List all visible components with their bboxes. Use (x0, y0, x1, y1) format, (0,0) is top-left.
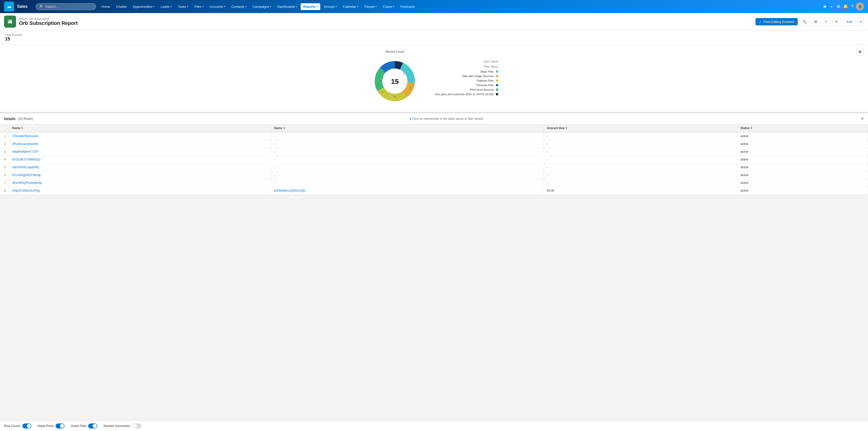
add-icon[interactable]: ＋ (829, 3, 834, 9)
row-name2-link[interactable]: keDMd9bczQD5UmQD (274, 189, 305, 192)
row-name1-link[interactable]: H6aBHi9gfn677Z6T (12, 150, 39, 153)
col-name1-label: Name (12, 126, 21, 130)
nav-item-opportunities[interactable]: Opportunities▾ (130, 3, 157, 10)
page-header-right: ✓ Field Editing Enabled 🔍 ⊞ ▽ ↻ Edit ▾ (755, 18, 864, 26)
legend-dot (496, 84, 498, 86)
col-status-filter-icon[interactable]: ▾ (751, 126, 752, 130)
report-icon (4, 16, 16, 28)
nav-item-dashboards[interactable]: Dashboards▾ (275, 3, 300, 10)
row-status: active (737, 132, 868, 140)
legend-item-label: Plan with Usage Discount (462, 74, 494, 78)
nav-item-cases[interactable]: Cases▾ (380, 3, 397, 10)
row-name1: H6aBHi9gfn677Z6T (9, 148, 271, 156)
table-row[interactable]: 3 H6aBHi9gfn677Z6T - - active (0, 148, 868, 156)
row-amount: - (544, 163, 737, 171)
nav-chevron-icon: ▾ (296, 5, 297, 8)
legend-title: Plan: Name (435, 65, 498, 68)
notification-icon[interactable]: 🔔 (843, 4, 848, 9)
setup-menu-icon[interactable]: ⚙ (836, 4, 840, 9)
row-name1-link[interactable]: 3EvH9DQFZoww5s4p (12, 181, 42, 185)
nav-item-accounts[interactable]: Accounts▾ (207, 3, 228, 10)
report-svg-icon (7, 19, 13, 25)
nav-chevron-icon: ▾ (203, 5, 204, 8)
filter-button[interactable]: ▽ (822, 18, 830, 25)
row-name2: - (271, 148, 544, 156)
row-status: active (737, 148, 868, 156)
nav-item-reports[interactable]: Reports▾ (301, 3, 320, 10)
report-meta: Report: Orb Subscription Orb Subscriptio… (19, 17, 78, 26)
nav-chevron-icon: ▾ (170, 5, 172, 8)
app-logo[interactable]: ☁ (4, 1, 14, 11)
nav-item-leads[interactable]: Leads▾ (158, 3, 174, 10)
row-name2: - (271, 132, 544, 140)
col-header-name1: Name ▾ (9, 124, 271, 132)
col-amount-label: Amount Due (547, 126, 565, 130)
nav-item-home[interactable]: Home (99, 3, 113, 10)
nav-item-calendar[interactable]: Calendar▾ (340, 3, 361, 10)
chart-container: Record Count (5, 50, 863, 107)
nav-item-campaigns[interactable]: Campaigns▾ (250, 3, 274, 10)
row-name1-link[interactable]: o6Dv955EUaydHfKj (12, 165, 39, 169)
edit-button[interactable]: Edit (843, 18, 856, 26)
table-row[interactable]: 2 3Rav5soaUjweisRu - - active (0, 140, 868, 148)
row-name1-link[interactable]: Dn3Q96J72r86RDq3 (12, 158, 40, 161)
row-status: active (737, 187, 868, 195)
table-row[interactable]: 7 3EvH9DQFZoww5s4p - - active (0, 179, 868, 187)
chart-area: ⚙ Record Count (0, 45, 868, 112)
legend-item-label: Basic Plan (481, 70, 494, 73)
edit-dropdown-button[interactable]: ▾ (858, 18, 864, 26)
donut-center-value: 15 (391, 78, 399, 86)
search-button[interactable]: 🔍 (800, 18, 809, 25)
row-name1: ZNpH2v56xo3UAVgr (9, 187, 271, 195)
nav-item-files[interactable]: Files▾ (192, 3, 206, 10)
row-name1: 3Rav5soaUjweisRu (9, 140, 271, 148)
col-status-label: Status (740, 126, 750, 130)
checkmark-icon: ✓ (759, 20, 762, 24)
field-editing-button[interactable]: ✓ Field Editing Enabled (755, 18, 798, 25)
svg-text:3: 3 (403, 72, 404, 75)
nav-item-tasks[interactable]: Tasks▾ (175, 3, 191, 10)
table-row[interactable]: 8 ZNpH2v56xo3UAVgr keDMd9bczQD5UmQD 45.0… (0, 187, 868, 195)
row-name1-link[interactable]: 3Rav5soaUjweisRu (12, 142, 39, 146)
nav-item-groups[interactable]: Groups▾ (321, 3, 339, 10)
total-records-section: Total Records 15 (0, 30, 868, 45)
table-row[interactable]: 4 Dn3Q96J72r86RDq3 - - active (0, 156, 868, 163)
nav-item-chatter[interactable]: Chatter (114, 3, 130, 10)
row-status: active (737, 171, 868, 179)
search-input[interactable] (45, 5, 91, 8)
col-name1-filter-icon[interactable]: ▾ (21, 126, 23, 130)
page-title: Orb Subscription Report (19, 20, 78, 26)
nav-item-forecasts[interactable]: Forecasts (398, 3, 417, 10)
row-number: 8 (0, 187, 9, 195)
row-number-header (0, 124, 9, 132)
table-row[interactable]: 1 JTkmddj7t9vDowGi - - active (0, 132, 868, 140)
nav-item-contacts[interactable]: Contacts▾ (229, 3, 249, 10)
row-number: 6 (0, 171, 9, 179)
col-amount-filter-icon[interactable]: ▾ (566, 126, 567, 130)
user-avatar[interactable]: 👤 (856, 2, 864, 10)
nav-item-people[interactable]: People▾ (362, 3, 379, 10)
legend-item: Platinum Plan (435, 79, 498, 82)
legend-item-label: Price-level discount (470, 88, 494, 91)
legend-dot (496, 88, 498, 91)
donut-chart[interactable]: 1 3 2 4 3 2 15 (370, 56, 420, 107)
page-header-left: Report: Orb Subscription Orb Subscriptio… (4, 16, 78, 28)
row-status: active (737, 163, 868, 171)
col-name2-filter-icon[interactable]: ▾ (283, 126, 285, 130)
refresh-columns-button[interactable]: ⊞ (811, 18, 820, 25)
chart-settings-button[interactable]: ⚙ (856, 48, 864, 56)
row-name1-link[interactable]: JTkmddj7t9vDowGi (12, 134, 38, 138)
field-editing-label: Field Editing Enabled (763, 20, 794, 24)
row-name1: RcLhdGg5XEP3dcdp (9, 171, 271, 179)
svg-rect-2 (9, 20, 10, 23)
refresh-button[interactable]: ↻ (832, 18, 841, 25)
details-close-button[interactable]: ✕ (861, 116, 864, 121)
table-row[interactable]: 5 o6Dv955EUaydHfKj - - active (0, 163, 868, 171)
favorites-icon[interactable]: ★ (823, 4, 827, 9)
row-name1-link[interactable]: RcLhdGg5XEP3dcdp (12, 173, 41, 177)
help-icon[interactable]: ? (851, 4, 854, 9)
row-amount: - (544, 179, 737, 187)
details-info-text: Click an intersection in the table above… (412, 117, 484, 121)
table-row[interactable]: 6 RcLhdGg5XEP3dcdp - - active (0, 171, 868, 179)
row-name1-link[interactable]: ZNpH2v56xo3UAVgr (12, 189, 40, 192)
